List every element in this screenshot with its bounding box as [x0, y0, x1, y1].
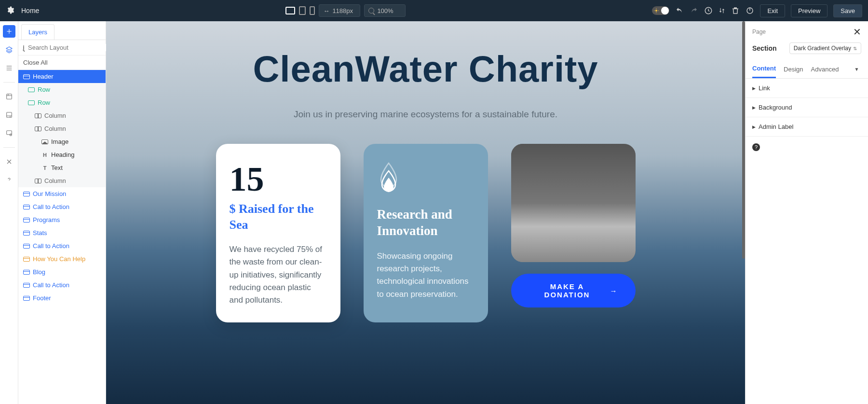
tree-column[interactable]: Column [18, 122, 106, 135]
sort-icon[interactable] [719, 7, 725, 14]
tree-label: Column [44, 125, 66, 132]
theme-toggle[interactable] [652, 6, 669, 15]
expand-icon: ⇅ [853, 46, 857, 51]
stat-title: $ Raised for the Sea [230, 201, 327, 233]
search-icon [368, 8, 374, 14]
tree-section-cta[interactable]: Call to Action [18, 279, 106, 292]
power-icon[interactable] [746, 6, 754, 15]
search-icon [23, 45, 24, 51]
stat-number: 15 [230, 159, 327, 199]
scrollbar[interactable] [742, 21, 745, 259]
donate-image [511, 144, 636, 262]
accordion-background[interactable]: ▶Background [746, 98, 868, 117]
tree-image[interactable]: Image [18, 135, 106, 148]
accordion-admin-label[interactable]: ▶Admin Label [746, 117, 868, 137]
research-card: Research and Innovation Showcasing ongoi… [364, 144, 488, 322]
svg-point-0 [655, 10, 657, 12]
acc-label: Background [759, 104, 792, 111]
svg-point-16 [10, 134, 12, 136]
tree-section-mission[interactable]: Our Mission [18, 187, 106, 200]
template2-rail-icon[interactable] [3, 109, 15, 121]
left-rail [0, 21, 18, 404]
tree-label: Heading [51, 151, 74, 158]
tree-label: Row [38, 86, 50, 93]
inspector-header: Page ✕ [746, 21, 868, 40]
home-link[interactable]: Home [21, 7, 39, 14]
tree-section-footer[interactable]: Footer [18, 292, 106, 305]
section-preset-pill[interactable]: Dark Gradient Overlay⇅ [789, 42, 861, 54]
tree-text[interactable]: TText [18, 161, 106, 174]
stat-text: We have recycled 75% of the waste from o… [230, 243, 327, 307]
donate-button[interactable]: MAKE A DONATION → [511, 274, 636, 307]
tree-label: Call to Action [33, 281, 69, 289]
settings-rail-icon[interactable] [3, 127, 15, 139]
tree-column[interactable]: Column [18, 109, 106, 122]
gear-icon[interactable] [6, 6, 14, 16]
accordion-link[interactable]: ▶Link [746, 79, 868, 98]
tree-label: Column [44, 112, 66, 119]
tree-section-blog[interactable]: Blog [18, 265, 106, 279]
tree-section-cta[interactable]: Call to Action [18, 200, 106, 213]
svg-rect-14 [6, 112, 12, 118]
tree-label: How You Can Help [33, 255, 85, 263]
search-input[interactable] [28, 44, 109, 51]
layers-rail-icon[interactable] [3, 43, 15, 56]
tree-label: Footer [33, 294, 51, 302]
canvas[interactable]: CleanWater Charity Join us in preserving… [106, 21, 745, 404]
add-button[interactable] [3, 25, 15, 38]
tree-label: Header [33, 73, 54, 80]
tree-section-header[interactable]: Header [18, 70, 106, 83]
zoom-input[interactable]: 100% [364, 4, 406, 17]
stat-card: 15 $ Raised for the Sea We have recycled… [216, 144, 340, 322]
tree-label: Text [51, 164, 63, 171]
tree-section-stats[interactable]: Stats [18, 226, 106, 239]
tab-design[interactable]: Design [784, 61, 803, 78]
device-desktop-icon[interactable] [285, 7, 295, 14]
save-button[interactable]: Save [833, 4, 862, 17]
zoom-value: 100% [377, 7, 393, 14]
rail-separator-2 [3, 147, 15, 148]
layers-tab[interactable]: Layers [21, 24, 54, 40]
panel-tabs: Layers [18, 21, 106, 40]
template-rail-icon[interactable] [3, 90, 15, 103]
trash-icon[interactable] [731, 6, 740, 15]
tools-rail-icon[interactable] [3, 155, 15, 168]
close-all-button[interactable]: Close All [18, 56, 106, 70]
tree-section-programs[interactable]: Programs [18, 213, 106, 226]
tree-column[interactable]: Column [18, 174, 106, 187]
list-rail-icon[interactable] [3, 62, 15, 74]
device-mobile-icon[interactable] [310, 6, 315, 15]
layers-panel: Layers Close All Header Row Row Column C… [18, 21, 106, 404]
tree-heading[interactable]: HHeading [18, 148, 106, 161]
chevron-down-icon[interactable]: ▼ [854, 67, 859, 72]
canvas-width-input[interactable]: ↔ 1188px [319, 4, 360, 17]
canvas-width-value: 1188px [332, 7, 353, 14]
tree-label: Our Mission [33, 190, 66, 197]
close-icon[interactable]: ✕ [853, 26, 861, 38]
donate-label: MAKE A DONATION [529, 282, 606, 299]
help-rail-icon[interactable] [3, 174, 15, 186]
tree-label: Programs [33, 216, 60, 223]
svg-rect-13 [6, 94, 12, 99]
tree-section-help[interactable]: How You Can Help [18, 252, 106, 265]
tree-section-cta[interactable]: Call to Action [18, 239, 106, 252]
research-text: Showcasing ongoing research projects, te… [377, 250, 475, 301]
redo-icon[interactable] [690, 6, 698, 15]
section-label: Section [752, 44, 777, 52]
tree-label: Row [38, 99, 50, 106]
arrow-right-icon: → [610, 287, 618, 295]
inspector-panel: Page ✕ Section Dark Gradient Overlay⇅ Co… [745, 21, 868, 404]
tree-row[interactable]: Row [18, 96, 106, 109]
exit-button[interactable]: Exit [760, 4, 785, 17]
preview-button[interactable]: Preview [791, 4, 827, 17]
device-icons [285, 6, 315, 15]
undo-icon[interactable] [675, 6, 684, 15]
help-icon[interactable]: ? [752, 143, 760, 151]
tree-row[interactable]: Row [18, 83, 106, 96]
tree-label: Call to Action [33, 203, 69, 210]
donate-card: MAKE A DONATION → [511, 144, 636, 322]
history-icon[interactable] [704, 6, 713, 15]
device-tablet-icon[interactable] [299, 6, 306, 15]
tab-content[interactable]: Content [752, 60, 776, 78]
tab-advanced[interactable]: Advanced [811, 61, 839, 78]
